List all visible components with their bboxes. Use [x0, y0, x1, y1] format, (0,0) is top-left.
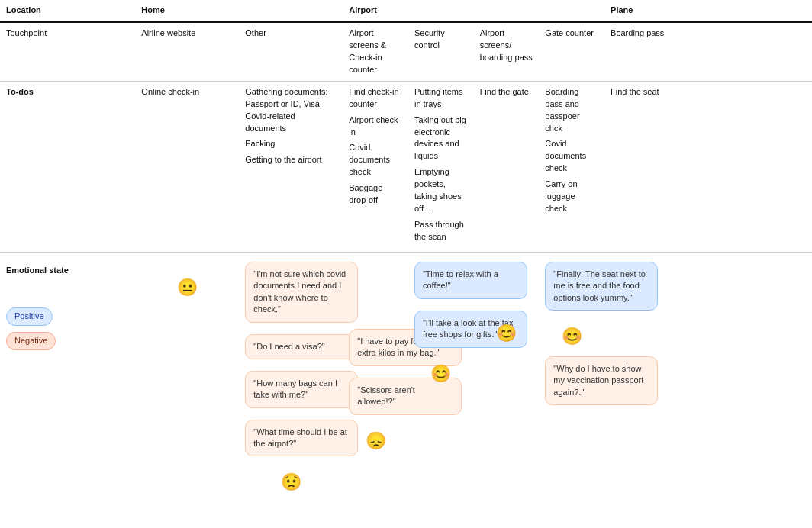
touchpoint-plane-pass: Boarding pass: [604, 22, 812, 81]
location-label: Location: [0, 0, 135, 22]
todo-item: Covid documents check: [545, 138, 598, 175]
emotion-row: Emotional state Positive Negative 😐 "I'm…: [0, 252, 812, 499]
todo-airport2: Putting items in trays Taking out big el…: [408, 81, 474, 252]
bubbles-airport2: "Time to relax with a coffee!" "I'll tak…: [414, 262, 468, 354]
todo-item: Pass through the scan: [414, 219, 468, 243]
todo-airport3: Find the gate: [474, 81, 540, 252]
location-plane: Plane: [604, 0, 812, 22]
todo-item: Carry on luggage check: [545, 179, 598, 215]
bubbles-home2: "I'm not sure which covid documents I ne…: [245, 262, 337, 463]
todo-item: Putting items in trays: [414, 86, 468, 111]
touchpoint-label: Touchpoint: [0, 22, 135, 81]
todo-item: Baggage drop-off: [349, 182, 402, 207]
touchpoint-gate: Gate counter: [539, 22, 604, 81]
touchpoint-other: Other: [239, 22, 343, 81]
bubble: "Why do I have to show my vaccination pa…: [545, 356, 658, 405]
todo-item: Taking out big electronic devices and li…: [414, 114, 468, 163]
bubble: "Time to relax with a coffee!": [414, 262, 527, 299]
todo-home2: Gathering documents: Passport or ID, Vis…: [239, 81, 343, 252]
emotion-home2: "I'm not sure which covid documents I ne…: [239, 252, 343, 499]
touchpoint-checkin-counter: Airport screens & Check-in counter: [343, 22, 408, 81]
touchpoint-boarding-pass: Airport screens/ boarding pass: [474, 22, 540, 81]
emotion-plane: "Finally! The seat next to me is free an…: [539, 252, 604, 499]
touchpoint-security: Security control: [408, 22, 474, 81]
legend-negative: Negative: [6, 332, 56, 350]
todo-item: Boarding pass and passpoer chck: [545, 86, 598, 135]
emoji-plane: 😊: [545, 324, 598, 349]
bubble: "What time should I be at the airpot?": [245, 420, 358, 457]
todo-label: To-dos: [0, 81, 135, 252]
bubble: "Finally! The seat next to me is free an…: [545, 262, 658, 311]
location-home: Home: [135, 0, 343, 22]
todo-item: Emptying pockets, taking shoes off ...: [414, 166, 468, 215]
bubble: "I'm not sure which covid documents I ne…: [245, 262, 358, 323]
bubbles-plane: "Finally! The seat next to me is free an…: [545, 262, 598, 317]
emoji-home2: 😟: [245, 470, 337, 494]
emoji-home1: 😐: [141, 275, 233, 300]
emotion-airport2: "Time to relax with a coffee!" "I'll tak…: [408, 252, 474, 499]
emotion-home1: 😐: [135, 252, 239, 499]
legend-positive: Positive: [6, 307, 53, 326]
todo-plane: Find the seat: [604, 81, 812, 252]
todo-item: Find the gate: [480, 86, 533, 98]
todo-airport4: Boarding pass and passpoer chck Covid do…: [539, 81, 604, 252]
location-airport: Airport: [343, 0, 604, 22]
todo-airport1: Find check-in counter Airport check-in C…: [343, 81, 408, 252]
todo-item: Airport check-in: [349, 114, 402, 139]
emotion-label: Emotional state: [6, 265, 129, 277]
todo-item: Gathering documents: Passport or ID, Vis…: [245, 86, 337, 135]
todo-item: Covid documents check: [349, 142, 402, 179]
bubble: "How many bags can I take with me?": [245, 371, 358, 408]
todo-item: Find check-in counter: [349, 86, 402, 111]
todo-item: Getting to the airport: [245, 154, 337, 166]
emotion-label-col: Emotional state Positive Negative: [0, 252, 135, 499]
bubbles-plane-2: "Why do I have to show my vaccination pa…: [545, 356, 598, 411]
todo-item: Find the seat: [611, 86, 806, 98]
touchpoint-row: Touchpoint Airline website Other Airport…: [0, 22, 812, 81]
todo-item: Online check-in: [141, 86, 233, 98]
touchpoint-airline: Airline website: [135, 22, 239, 81]
bubble: "Do I need a visa?": [245, 334, 358, 359]
todo-item: Packing: [245, 138, 337, 150]
todo-home1: Online check-in: [135, 81, 239, 252]
location-row: Location Home Airport Plane: [0, 0, 812, 22]
todo-row: To-dos Online check-in Gathering documen…: [0, 81, 812, 252]
